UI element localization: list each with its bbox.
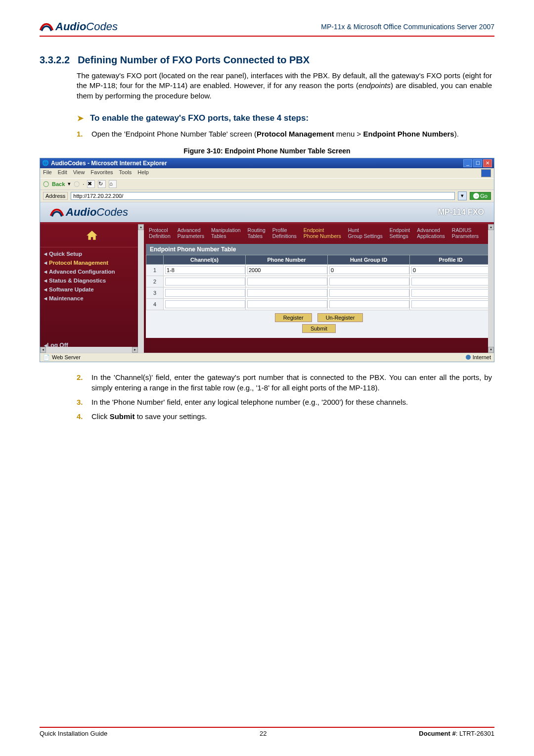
step-num-3: 3. (77, 397, 91, 407)
row-index: 4 (146, 298, 164, 310)
channels-input[interactable] (165, 266, 245, 274)
address-label: Address (43, 192, 68, 200)
toolbar-sep: · (83, 181, 84, 187)
table-row: 4 (146, 298, 492, 310)
sidebar-item[interactable]: ◂Protocol Management (44, 258, 144, 267)
sidebar-item[interactable]: ◂Advanced Configuration (44, 267, 144, 276)
tab-item[interactable]: ProfileDefinitions (272, 227, 297, 239)
register-button[interactable]: Register (275, 313, 312, 322)
stop-icon[interactable]: ✖ (87, 180, 95, 188)
channels-input[interactable] (165, 289, 245, 297)
app-sidebar: ▴ ◂Quick Setup◂Protocol Management◂Advan… (40, 224, 144, 353)
section-number: 3.3.2.2 (40, 54, 70, 66)
sidebar-home[interactable] (40, 224, 144, 247)
hunt-group-input[interactable] (329, 300, 409, 308)
menu-file[interactable]: File (43, 169, 52, 177)
channels-input[interactable] (165, 300, 245, 308)
ie-title-text: AudioCodes - Microsoft Internet Explorer (51, 160, 463, 167)
profile-id-input[interactable] (411, 289, 491, 297)
go-label: Go (480, 193, 488, 199)
app-logo-main: Audio (66, 206, 96, 218)
tab-item[interactable]: HuntGroup Settings (348, 227, 383, 239)
tab-item[interactable]: AdvancedParameters (178, 227, 204, 239)
sidebar-item[interactable]: ◂Software Update (44, 285, 144, 294)
phone-number-input[interactable] (247, 266, 327, 274)
phone-number-input[interactable] (247, 300, 327, 308)
menu-edit[interactable]: Edit (58, 169, 67, 177)
phone-number-input[interactable] (247, 289, 327, 297)
sidebar-scrollbar-h[interactable]: ◂ ▸ (40, 347, 138, 353)
sidebar-item[interactable]: ◂Quick Setup (44, 249, 144, 258)
hunt-group-input[interactable] (329, 289, 409, 297)
table-row: 2 (146, 276, 492, 287)
menu-help[interactable]: Help (137, 169, 149, 177)
step1e: ). (454, 130, 459, 138)
menu-tools[interactable]: Tools (119, 169, 132, 177)
hunt-group-input[interactable] (329, 266, 409, 274)
app-header: AudioCodes MP-114 FXO (40, 202, 494, 224)
sidebar-item[interactable]: ◂Maintenance (44, 294, 144, 303)
refresh-icon[interactable]: ↻ (98, 180, 106, 188)
sidebar-item[interactable]: ◂Status & Diagnostics (44, 276, 144, 285)
ie-app-icon: 🌐 (42, 160, 49, 166)
step4c: to save your settings. (135, 412, 207, 421)
main-scroll-up-icon[interactable]: ▴ (488, 224, 494, 230)
figure-caption: Figure 3-10: Endpoint Phone Number Table… (40, 147, 494, 155)
app-main: ▴ ▾ ProtocolDefinitionAdvancedParameters… (144, 224, 494, 353)
profile-id-input[interactable] (411, 266, 491, 274)
ie-statusbar: 📄Web Server Internet (40, 353, 494, 362)
profile-id-input[interactable] (411, 278, 491, 285)
address-dropdown-icon[interactable]: ▾ (458, 191, 467, 200)
table-row: 3 (146, 287, 492, 298)
profile-id-input[interactable] (411, 300, 491, 308)
scroll-up-icon[interactable]: ▴ (138, 224, 144, 230)
back-dropdown-icon[interactable]: ▾ (68, 181, 71, 187)
page-footer: Quick Installation Guide 22 Document #: … (40, 727, 494, 737)
hunt-group-input[interactable] (329, 278, 409, 285)
tab-item[interactable]: ProtocolDefinition (149, 227, 171, 239)
tab-item[interactable]: ManipulationTables (211, 227, 241, 239)
menu-view[interactable]: View (73, 169, 85, 177)
step1d: Endpoint Phone Numbers (363, 130, 454, 138)
app-tabbar: ProtocolDefinitionAdvancedParametersMani… (144, 224, 494, 244)
main-scroll-down-icon[interactable]: ▾ (488, 347, 494, 353)
scroll-right-icon[interactable]: ▸ (132, 347, 138, 353)
panel-endpoint-table: Endpoint Phone Number Table Channel(s) P… (146, 244, 492, 338)
house-icon (86, 229, 98, 242)
main-scrollbar-v[interactable]: ▴ ▾ (488, 224, 494, 353)
tab-item[interactable]: RoutingTables (248, 227, 266, 239)
address-input[interactable] (71, 192, 455, 200)
forward-icon[interactable]: ◯ (74, 181, 80, 187)
step4b: Submit (110, 412, 135, 421)
footer-left: Quick Installation Guide (40, 730, 107, 737)
para1-italic: endpoints (358, 81, 391, 90)
step-num-2: 2. (77, 372, 91, 393)
step-1: 1. Open the 'Endpoint Phone Number Table… (77, 129, 492, 139)
menu-favorites[interactable]: Favorites (90, 169, 113, 177)
footer-page: 22 (260, 730, 267, 737)
tab-item[interactable]: EndpointPhone Numbers (304, 227, 341, 239)
back-icon[interactable]: ◯ (43, 181, 49, 187)
maximize-button[interactable]: ☐ (473, 159, 482, 167)
logo-main: Audio (55, 20, 86, 33)
go-button[interactable]: →Go (470, 192, 491, 200)
step2-text: In the 'Channel(s)' field, enter the gat… (91, 372, 492, 393)
tab-item[interactable]: AdvancedApplications (417, 227, 445, 239)
back-button[interactable]: Back (52, 181, 65, 187)
ie-toolbar: ◯ Back ▾ ◯ · ✖ ↻ ⌂ (40, 178, 494, 190)
endpoint-table: Channel(s) Phone Number Hunt Group ID Pr… (146, 255, 492, 310)
step-3: 3.In the 'Phone Number' field, enter any… (77, 397, 492, 407)
close-button[interactable]: ✕ (483, 159, 492, 167)
tab-item[interactable]: RADIUSParameters (452, 227, 479, 239)
unregister-button[interactable]: Un-Register (317, 313, 363, 322)
phone-number-input[interactable] (247, 278, 327, 285)
page-header: AudioCodes MP-11x & Microsoft Office Com… (40, 20, 494, 37)
submit-button[interactable]: Submit (302, 324, 336, 333)
row-index: 3 (146, 287, 164, 298)
scroll-left-icon[interactable]: ◂ (40, 347, 46, 353)
home-icon[interactable]: ⌂ (109, 180, 117, 188)
tab-item[interactable]: EndpointSettings (390, 227, 410, 239)
channels-input[interactable] (165, 278, 245, 285)
sidebar-scrollbar-v[interactable]: ▴ (138, 224, 144, 353)
minimize-button[interactable]: _ (463, 159, 472, 167)
